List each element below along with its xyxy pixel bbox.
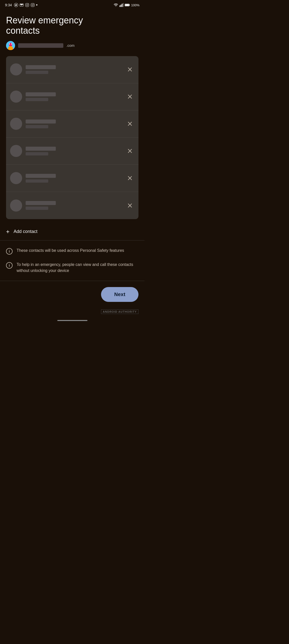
instagram-icon [25, 3, 29, 7]
contact-name-blur-6 [26, 201, 56, 205]
info-icon-1: i [6, 248, 13, 255]
contact-text-6 [26, 201, 125, 210]
brand-label: ANDROID AUTHORITY [101, 309, 138, 314]
add-contact-row[interactable]: + Add contact [0, 223, 144, 240]
contact-name-blur-4 [26, 147, 56, 151]
signal-icon [119, 3, 124, 7]
contact-item [6, 56, 138, 83]
add-icon: + [6, 228, 10, 235]
svg-rect-8 [119, 6, 120, 7]
remove-contact-button-1[interactable] [125, 65, 134, 74]
svg-point-19 [11, 44, 12, 45]
info-item-1: i These contacts will be used across Per… [6, 248, 138, 255]
contact-item [6, 83, 138, 110]
page-title: Review emergencycontacts [6, 15, 138, 36]
remove-contact-button-5[interactable] [125, 174, 134, 183]
account-email-suffix: .com [66, 43, 75, 48]
contact-avatar-2 [10, 91, 22, 103]
contact-name-blur-1 [26, 65, 56, 69]
svg-rect-14 [129, 5, 130, 6]
contact-item [6, 165, 138, 192]
contact-item [6, 192, 138, 219]
notification-icons: • [14, 3, 37, 8]
whatsapp-icon [14, 3, 18, 7]
svg-rect-13 [125, 4, 129, 6]
contact-phone-blur-2 [26, 98, 48, 101]
contact-item [6, 138, 138, 165]
svg-point-3 [26, 4, 28, 6]
contact-text-4 [26, 147, 125, 155]
contact-info [10, 145, 125, 157]
remove-contact-button-4[interactable] [125, 146, 134, 155]
contact-phone-blur-3 [26, 125, 48, 128]
contact-avatar-3 [10, 118, 22, 130]
contact-avatar-5 [10, 172, 22, 184]
svg-point-18 [9, 44, 10, 45]
contact-phone-blur-5 [26, 179, 48, 183]
svg-rect-11 [123, 3, 124, 7]
remove-contact-button-6[interactable] [125, 201, 134, 210]
dot-indicator: • [36, 3, 37, 8]
battery-icon [125, 3, 130, 7]
page-header: Review emergencycontacts .com [0, 10, 144, 54]
contact-text-5 [26, 174, 125, 183]
battery-percentage: 100% [131, 3, 139, 7]
contact-name-blur-2 [26, 92, 56, 96]
svg-rect-2 [26, 3, 29, 7]
status-left: 9:34 • [5, 3, 38, 8]
svg-rect-5 [31, 3, 35, 7]
svg-point-4 [28, 4, 29, 4]
remove-contact-button-2[interactable] [125, 92, 134, 101]
contact-name-blur-5 [26, 174, 56, 178]
contact-text-2 [26, 92, 125, 101]
time-display: 9:34 [5, 3, 12, 7]
status-right: 100% [114, 3, 139, 7]
next-area: Next [0, 281, 144, 307]
info-icon-2: i [6, 262, 13, 269]
info-text-2: To help in an emergency, people can view… [17, 262, 138, 274]
svg-point-6 [32, 4, 33, 6]
status-bar: 9:34 • 100% [0, 0, 144, 10]
contact-avatar-1 [10, 63, 22, 75]
contacts-card [6, 56, 138, 219]
svg-point-7 [34, 4, 34, 4]
info-text-1: These contacts will be used across Perso… [17, 248, 138, 254]
info-section: i These contacts will be used across Per… [0, 240, 144, 281]
contact-info [10, 199, 125, 212]
contact-phone-blur-6 [26, 207, 48, 210]
info-item-2: i To help in an emergency, people can vi… [6, 262, 138, 274]
instagram2-icon [30, 3, 35, 7]
email-icon [19, 3, 24, 7]
contact-avatar-4 [10, 145, 22, 157]
svg-rect-9 [121, 5, 121, 7]
contact-info [10, 118, 125, 130]
account-row: .com [6, 41, 138, 50]
contact-item [6, 110, 138, 138]
contacts-section [0, 54, 144, 219]
home-indicator [0, 318, 144, 324]
account-email-blur [18, 43, 63, 48]
svg-point-16 [9, 43, 12, 46]
contact-info [10, 172, 125, 184]
remove-contact-button-3[interactable] [125, 119, 134, 128]
contact-info [10, 91, 125, 103]
contact-name-blur-3 [26, 119, 56, 124]
add-contact-label: Add contact [14, 229, 37, 234]
contact-info [10, 63, 125, 75]
next-button[interactable]: Next [101, 287, 138, 302]
contact-phone-blur-4 [26, 152, 48, 155]
home-bar [57, 320, 87, 321]
contact-text-1 [26, 65, 125, 74]
footer: ANDROID AUTHORITY [0, 307, 144, 318]
wifi-icon [114, 3, 118, 7]
contact-avatar-6 [10, 199, 22, 212]
contact-text-3 [26, 119, 125, 128]
account-avatar [6, 41, 15, 50]
svg-rect-10 [122, 4, 122, 7]
contact-phone-blur-1 [26, 71, 48, 74]
